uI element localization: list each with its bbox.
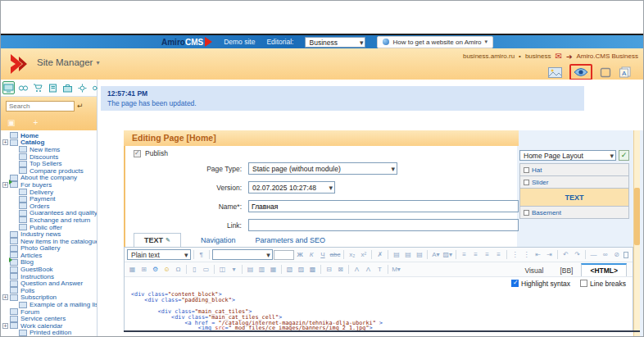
- tb-align-right-icon[interactable]: ≡: [482, 249, 492, 260]
- tree-item[interactable]: Question and Answer: [1, 280, 97, 287]
- tb-more-tools-icon[interactable]: M▾: [391, 264, 401, 275]
- tree-toggle-icon[interactable]: +: [2, 182, 8, 188]
- tree-item[interactable]: +Catalog: [1, 139, 97, 147]
- tree-item[interactable]: Service centers: [1, 315, 97, 322]
- layout-row-text[interactable]: TEXT: [519, 189, 629, 207]
- tb-horizontal-rule-icon[interactable]: —: [588, 249, 599, 260]
- tb-page-break-icon[interactable]: ▯: [189, 264, 200, 275]
- tree-item[interactable]: Example of a mailing list: [1, 301, 97, 308]
- tb-fill-color-icon[interactable]: ▨▾: [442, 249, 453, 260]
- tab-parameters-and-seo[interactable]: Parameters and SEO: [256, 236, 326, 247]
- briefcase-icon[interactable]: [61, 81, 74, 94]
- tb-paste-text-icon[interactable]: ▤: [414, 249, 424, 260]
- size-input[interactable]: [274, 250, 294, 260]
- tb-ordered-list-icon[interactable]: ⋮: [510, 249, 520, 260]
- tb-smiley-icon[interactable]: ☺: [161, 264, 172, 275]
- preview-icon[interactable]: [569, 64, 592, 80]
- checkbox-icon[interactable]: [524, 167, 529, 173]
- tb-styles-dropdown-icon[interactable]: ▾: [229, 264, 239, 275]
- tree-item[interactable]: Instructions: [1, 273, 97, 280]
- publish-checkbox[interactable]: [134, 150, 141, 157]
- tb-paragraph-icon[interactable]: ¶: [196, 249, 206, 260]
- docs-icon[interactable]: [47, 81, 59, 94]
- tb-redo-icon[interactable]: ↷: [572, 249, 583, 260]
- tree-item[interactable]: Orders: [1, 203, 97, 210]
- tree-item[interactable]: Polls: [1, 287, 97, 294]
- checkbox-icon[interactable]: [524, 180, 529, 185]
- user-name[interactable]: business: [525, 52, 551, 60]
- tb-align-justify-icon[interactable]: ≡: [493, 249, 504, 260]
- site-domain[interactable]: business.amiro.ru: [463, 52, 515, 60]
- mode-tab-bb[interactable]: [BB]: [551, 265, 581, 276]
- tb-unlink-icon[interactable]: ⊘: [611, 249, 622, 260]
- highlight-syntax-checkbox[interactable]: [511, 280, 519, 287]
- layout-row-slider[interactable]: Slider: [519, 176, 629, 189]
- tree-item[interactable]: Home: [1, 132, 97, 139]
- tree-item[interactable]: Forum: [1, 308, 97, 316]
- tree-toggle-icon[interactable]: +: [2, 294, 8, 300]
- link-input[interactable]: [248, 219, 519, 231]
- tree-toggle-icon[interactable]: +: [2, 323, 8, 329]
- tb-superscript-icon[interactable]: x²: [358, 249, 369, 260]
- tree-item[interactable]: Discounts: [1, 153, 97, 161]
- tb-bold-icon[interactable]: Ж: [295, 249, 306, 260]
- line-breaks-option[interactable]: Line breaks: [580, 280, 626, 288]
- tree-item[interactable]: Public offer: [1, 224, 97, 231]
- tb-paste-word-icon[interactable]: ▤: [402, 249, 413, 260]
- multiselect-icon[interactable]: ▣: [7, 118, 15, 127]
- tb-anchor-icon[interactable]: Λ: [351, 264, 362, 275]
- tree-item[interactable]: New items in the catalogue: [1, 238, 97, 245]
- tb-paste-icon[interactable]: ▤: [391, 249, 401, 260]
- tree-item[interactable]: Delivery: [1, 189, 97, 196]
- fullscreen-icon[interactable]: [624, 252, 628, 258]
- tb-text-tool-icon[interactable]: T: [374, 264, 385, 275]
- tree-toggle-icon[interactable]: +: [2, 139, 8, 145]
- search-enter-icon[interactable]: ↵: [77, 102, 84, 110]
- tree-item[interactable]: +Subscription: [1, 294, 97, 302]
- tb-italic-icon[interactable]: К: [306, 249, 317, 260]
- tree-item[interactable]: GuestBook: [1, 266, 97, 273]
- copy-page-icon[interactable]: A: [619, 66, 632, 78]
- tree-item[interactable]: Industry news: [1, 230, 97, 238]
- tree-item[interactable]: Top Sellers: [1, 160, 97, 167]
- tab-text[interactable]: TEXT✎: [134, 233, 181, 247]
- frame-icon[interactable]: [600, 67, 611, 78]
- tb-row-delete-icon[interactable]: ▦: [268, 264, 279, 275]
- tb-char-style-icon[interactable]: Λ: [363, 264, 374, 275]
- search-input[interactable]: [6, 101, 75, 112]
- tree-item[interactable]: New items: [1, 146, 97, 153]
- tb-template-icon[interactable]: ▭: [201, 264, 211, 275]
- tree-item[interactable]: Compare products: [1, 167, 97, 175]
- layout-select[interactable]: Home Page Layout: [519, 150, 616, 161]
- tree-item[interactable]: +For buyers: [1, 181, 97, 189]
- tb-div-container-icon[interactable]: ◫: [217, 264, 228, 275]
- tree-item[interactable]: Payment: [1, 195, 97, 203]
- promo-button[interactable]: How to get a website on Amiro ▾: [377, 36, 493, 48]
- tree-item[interactable]: About the company: [1, 175, 97, 182]
- tb-row-insert-above-icon[interactable]: ▤: [245, 264, 256, 275]
- scrollbar-thumb[interactable]: [634, 188, 640, 245]
- checkbox-icon[interactable]: [524, 210, 529, 216]
- shop-icon[interactable]: [32, 81, 44, 94]
- tb-underline-icon[interactable]: Ч: [318, 249, 329, 260]
- tb-undo-icon[interactable]: ↶: [560, 249, 571, 260]
- tb-image-icon[interactable]: ▦: [127, 264, 138, 275]
- site-manager-menu[interactable]: Site Manager ▾: [37, 57, 99, 67]
- add-page-icon[interactable]: +: [33, 118, 38, 127]
- tb-outdent-icon[interactable]: ⇤: [533, 249, 543, 260]
- name-input[interactable]: [248, 200, 519, 212]
- tb-text-color-icon[interactable]: A▾: [430, 249, 441, 260]
- tab-navigation[interactable]: Navigation: [201, 236, 236, 247]
- tree-item[interactable]: Exchange and return: [1, 216, 97, 224]
- tree-item[interactable]: Blog: [1, 259, 97, 266]
- vertical-scrollbar[interactable]: [633, 130, 640, 336]
- tb-special-char-icon[interactable]: Ω: [173, 264, 184, 275]
- tb-col-insert-left-icon[interactable]: ▧: [284, 264, 295, 275]
- tb-merge-cells-icon[interactable]: ⊟: [324, 264, 334, 275]
- layout-row-basement[interactable]: Basement: [519, 207, 629, 219]
- tree-item[interactable]: Printed edition: [1, 330, 97, 336]
- tb-table-icon[interactable]: ⊞: [138, 264, 149, 275]
- amiro-logo[interactable]: AmiroCMS: [161, 37, 212, 47]
- layout-row-hat[interactable]: Hat: [519, 164, 629, 176]
- tb-align-left-icon[interactable]: ≡: [459, 249, 469, 260]
